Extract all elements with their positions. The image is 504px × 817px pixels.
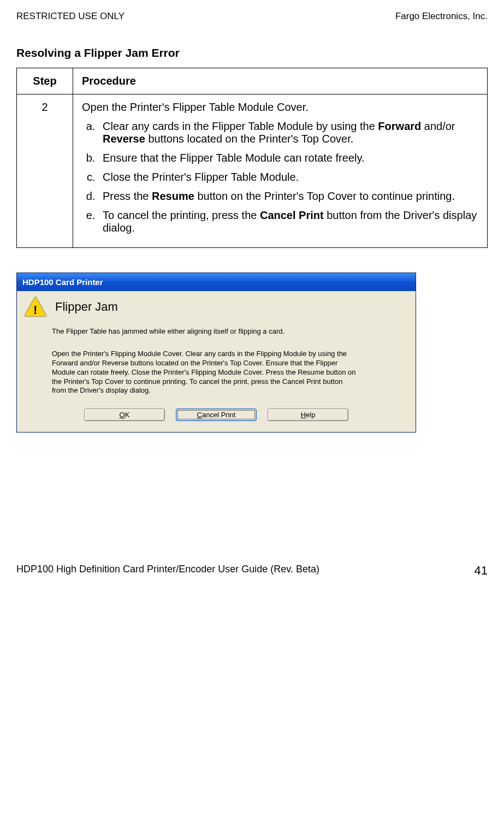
page-footer: HDP100 High Definition Card Printer/Enco… bbox=[16, 564, 488, 578]
procedure-table: Step Procedure 2 Open the Printer's Flip… bbox=[16, 68, 488, 248]
step-c: Close the Printer's Flipper Table Module… bbox=[98, 171, 478, 183]
dialog-paragraph-2: Open the Printer's Flipping Module Cover… bbox=[52, 350, 358, 395]
step-a: Clear any cards in the Flipper Table Mod… bbox=[98, 120, 478, 145]
dialog-heading: Flipper Jam bbox=[55, 300, 118, 314]
warning-icon bbox=[25, 297, 48, 317]
dialog-window: HDP100 Card Printer Flipper Jam The Flip… bbox=[16, 273, 416, 433]
dialog-paragraph-1: The Flipper Table has jammed while eithe… bbox=[52, 327, 358, 336]
help-button[interactable]: Help bbox=[268, 408, 348, 421]
footer-left: HDP100 High Definition Card Printer/Enco… bbox=[16, 564, 319, 578]
step-number: 2 bbox=[17, 94, 73, 248]
header-step: Step bbox=[17, 68, 73, 94]
dialog-titlebar: HDP100 Card Printer bbox=[17, 273, 416, 291]
cancel-print-button[interactable]: Cancel Print bbox=[176, 408, 257, 421]
header-procedure: Procedure bbox=[73, 68, 488, 94]
step-d: Press the Resume button on the Printer's… bbox=[98, 190, 478, 203]
page-header: RESTRICTED USE ONLY Fargo Electronics, I… bbox=[16, 11, 488, 22]
procedure-cell: Open the Printer's Flipper Table Module … bbox=[73, 94, 488, 248]
ok-button[interactable]: OK bbox=[84, 408, 165, 421]
page-number: 41 bbox=[475, 564, 488, 578]
procedure-intro: Open the Printer's Flipper Table Module … bbox=[82, 101, 478, 114]
step-b: Ensure that the Flipper Table Module can… bbox=[98, 152, 478, 164]
dialog-body: Flipper Jam The Flipper Table has jammed… bbox=[17, 291, 416, 432]
header-left: RESTRICTED USE ONLY bbox=[16, 11, 124, 22]
section-title: Resolving a Flipper Jam Error bbox=[16, 46, 488, 60]
step-e: To cancel the printing, press the Cancel… bbox=[98, 209, 478, 234]
table-row: 2 Open the Printer's Flipper Table Modul… bbox=[17, 94, 488, 248]
dialog-button-row: OK Cancel Print Help bbox=[25, 408, 408, 424]
header-right: Fargo Electronics, Inc. bbox=[395, 11, 488, 22]
